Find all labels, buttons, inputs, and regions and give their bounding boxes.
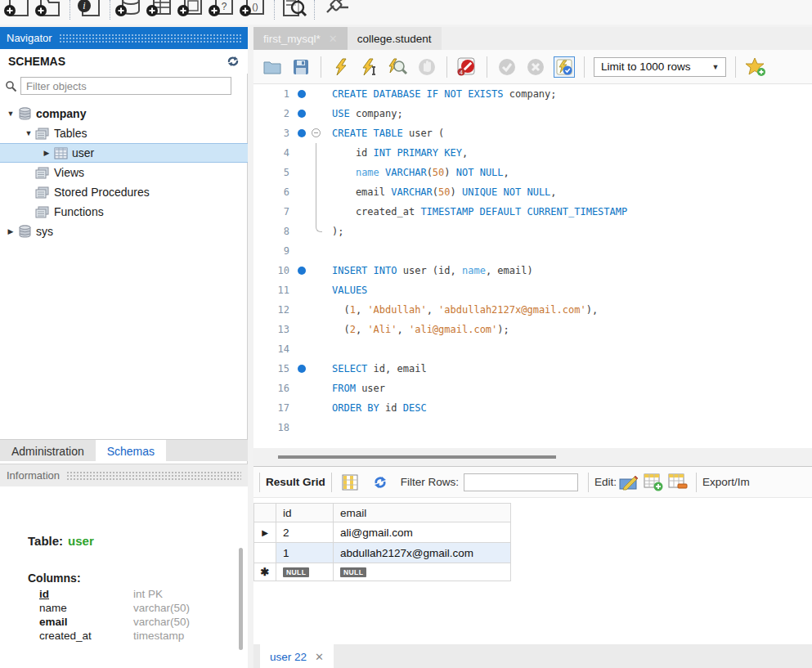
svg-text:i: i <box>83 0 85 11</box>
null-badge: NULL <box>283 567 309 577</box>
statement-marker-dot <box>294 267 309 275</box>
tree-item-sys[interactable]: ▶sys <box>0 222 248 241</box>
database-icon <box>16 107 33 120</box>
create-schema-icon[interactable] <box>114 0 146 18</box>
fold-gutter <box>309 280 324 300</box>
tab-administration[interactable]: Administration <box>0 440 96 462</box>
sql-editor[interactable]: 1CREATE DATABASE IF NOT EXISTS company;2… <box>253 84 812 448</box>
info-column-name: id <box>39 588 133 602</box>
reconnect-dbms-icon[interactable] <box>319 0 350 18</box>
limit-rows-dropdown[interactable]: Limit to 1000 rows ▼ <box>594 57 726 77</box>
edit-record-icon[interactable] <box>619 473 639 491</box>
code-text: (1, 'Abdullah', 'abdullah2127x@gmail.com… <box>324 304 598 316</box>
line-number: 10 <box>253 265 294 276</box>
save-snippet-icon[interactable] <box>745 56 766 78</box>
editor-tab-label: first_mysql* <box>263 33 321 45</box>
delete-row-icon[interactable] <box>668 473 688 491</box>
close-icon[interactable]: ✕ <box>329 33 338 45</box>
explain-plan-icon[interactable] <box>388 56 409 78</box>
result-toolbar: Result Grid Filter Rows: <box>253 467 812 498</box>
toolbar-separator <box>70 0 70 20</box>
line-number: 2 <box>253 108 294 119</box>
new-sql-tab-icon[interactable] <box>3 0 34 18</box>
search-objects-icon[interactable] <box>279 0 310 18</box>
toolbar-separator <box>314 0 315 20</box>
grid-cell-email[interactable]: abdullah2127x@gmail.com <box>334 543 511 563</box>
info-columns-list: idint PKnamevarchar(50)emailvarchar(50)c… <box>39 588 227 643</box>
insert-row-icon[interactable] <box>644 473 663 491</box>
export-import-label[interactable]: Export/Im <box>702 476 750 488</box>
filter-rows-input[interactable] <box>464 473 578 491</box>
fold-start-icon[interactable] <box>309 123 324 143</box>
result-grid-table: idemail▶2ali@gmail.com1abdullah2127x@gma… <box>253 503 511 581</box>
grid-new-row[interactable]: ✱NULLNULL <box>253 563 511 581</box>
tree-item-views[interactable]: Views <box>0 163 248 182</box>
execute-current-statement-icon[interactable] <box>359 56 380 78</box>
close-icon[interactable]: ✕ <box>315 651 324 663</box>
execute-script-icon[interactable] <box>330 56 352 78</box>
grid-cell-email[interactable]: ali@gmail.com <box>334 522 511 543</box>
editor-horizontal-scrollbar[interactable] <box>253 448 812 466</box>
fold-gutter <box>309 339 324 359</box>
tree-item-functions[interactable]: Functions <box>0 202 248 222</box>
expander-down-icon[interactable]: ▼ <box>5 110 16 118</box>
line-number: 8 <box>253 226 294 237</box>
create-function-icon[interactable]: () <box>239 0 270 18</box>
create-view-icon[interactable] <box>177 0 208 18</box>
new-row-marker: ✱ <box>253 563 276 581</box>
editor-tab-first-mysql-[interactable]: first_mysql*✕ <box>253 27 348 50</box>
code-text: email VARCHAR(50) UNIQUE NOT NULL, <box>324 186 557 198</box>
fold-gutter <box>309 320 324 339</box>
info-column-type: varchar(50) <box>133 616 190 630</box>
grid-cell-id[interactable]: 2 <box>276 522 334 543</box>
create-procedure-icon[interactable]: ? <box>208 0 239 18</box>
editor-tab-college-student[interactable]: college.student <box>348 27 442 50</box>
information-scrollbar[interactable] <box>239 548 243 650</box>
fold-mid-icon <box>309 202 324 222</box>
fold-gutter <box>309 241 324 261</box>
code-text: FROM user <box>324 383 385 394</box>
filter-objects-input[interactable] <box>20 77 231 95</box>
fold-end-icon <box>309 222 324 241</box>
open-sql-file-icon[interactable] <box>34 0 65 18</box>
result-tab-user[interactable]: user 22 ✕ <box>260 644 334 668</box>
tree-item-company[interactable]: ▼company <box>0 104 248 123</box>
tree-item-stored-procedures[interactable]: Stored Procedures <box>0 182 248 202</box>
result-panel: Result Grid Filter Rows: <box>253 466 812 668</box>
tree-item-user[interactable]: ▶user <box>0 143 248 163</box>
grid-row[interactable]: 1abdullah2127x@gmail.com <box>253 543 511 563</box>
tab-schemas[interactable]: Schemas <box>96 440 166 462</box>
expander-right-icon[interactable]: ▶ <box>5 227 16 235</box>
scrollbar-thumb[interactable] <box>278 455 556 459</box>
code-line-1: 1CREATE DATABASE IF NOT EXISTS company; <box>253 84 812 104</box>
navigator-bottom-tabs: AdministrationSchemas <box>0 439 248 461</box>
refresh-schemas-icon[interactable] <box>227 56 240 67</box>
refresh-grid-icon[interactable] <box>370 473 390 491</box>
grid-cell-email-null[interactable]: NULL <box>334 563 511 581</box>
line-number: 12 <box>253 304 294 316</box>
grid-row[interactable]: ▶2ali@gmail.com <box>253 522 511 543</box>
expander-right-icon[interactable]: ▶ <box>41 149 52 157</box>
create-table-icon[interactable] <box>146 0 177 18</box>
grid-view-icon[interactable] <box>340 473 360 491</box>
fold-gutter <box>309 359 324 379</box>
code-line-6: 6 email VARCHAR(50) UNIQUE NOT NULL, <box>253 182 812 202</box>
grid-cell-id-null[interactable]: NULL <box>276 563 334 581</box>
code-text: created_at TIMESTAMP DEFAULT CURRENT_TIM… <box>324 206 627 217</box>
toggle-stop-on-error-icon[interactable]: 4 <box>456 56 478 78</box>
folder-icon <box>34 128 51 140</box>
save-script-icon[interactable] <box>290 56 312 78</box>
inline-help-icon[interactable]: i <box>74 0 105 18</box>
open-script-icon[interactable] <box>262 56 283 78</box>
tree-item-tables[interactable]: ▼Tables <box>0 123 248 143</box>
grid-column-header-email[interactable]: email <box>334 503 511 522</box>
toolbar-separator <box>446 56 447 78</box>
grid-cell-id[interactable]: 1 <box>276 543 334 563</box>
expander-down-icon[interactable]: ▼ <box>23 129 34 137</box>
info-column-type: varchar(50) <box>133 602 190 616</box>
grid-column-header-id[interactable]: id <box>276 503 334 522</box>
editor-toolbar: 4 Limit to 1000 rows <box>253 50 812 84</box>
line-number: 17 <box>253 402 294 414</box>
statement-marker-dot <box>294 129 309 137</box>
toggle-autocommit-icon[interactable] <box>554 56 575 78</box>
